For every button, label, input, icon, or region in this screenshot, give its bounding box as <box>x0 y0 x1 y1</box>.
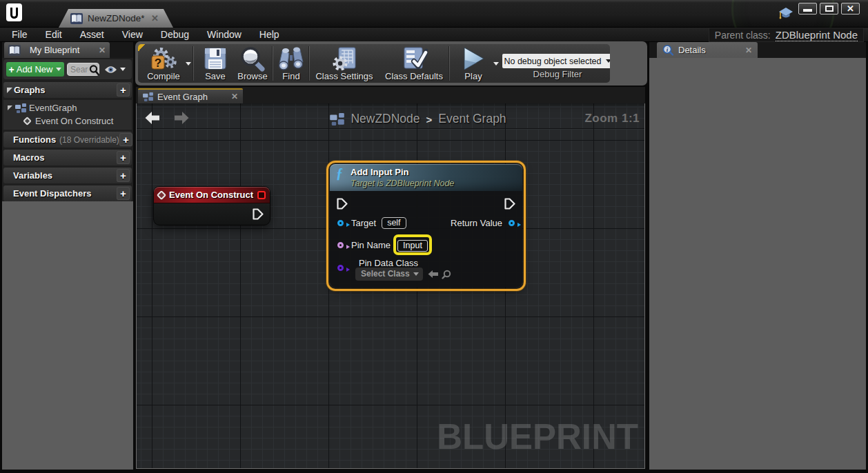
toolbar-separator <box>449 46 450 81</box>
details-tabwell: i Details ✕ <box>649 42 866 58</box>
my-blueprint-book-icon <box>8 45 21 56</box>
event-node-icon <box>157 190 166 199</box>
maximize-button[interactable] <box>820 3 838 14</box>
close-icon: ✕ <box>847 4 854 13</box>
target-self-value: self <box>382 217 406 229</box>
event-node-icon <box>23 117 32 125</box>
maximize-icon <box>825 6 834 12</box>
event-node-title: Event On Construct <box>169 190 253 200</box>
tab-event-graph[interactable]: Event Graph ✕ <box>138 88 243 103</box>
tree-item-eventgraph[interactable]: EventGraph <box>3 101 132 114</box>
add-event-dispatcher-button[interactable]: + <box>117 187 130 200</box>
section-variables[interactable]: Variables + <box>3 168 132 183</box>
plus-icon: + <box>9 65 14 74</box>
breadcrumb-asset[interactable]: NewZDNode <box>351 112 420 126</box>
breadcrumb-graph[interactable]: Event Graph <box>438 112 506 126</box>
class-defaults-icon <box>400 46 428 72</box>
section-functions[interactable]: Functions (18 Overridable) + <box>3 132 132 148</box>
close-button[interactable]: ✕ <box>841 3 860 14</box>
asset-tab-label: NewZDNode* <box>88 13 151 23</box>
play-button[interactable]: Play <box>455 44 491 83</box>
menu-file[interactable]: File <box>0 29 37 40</box>
return-value-pin-row: Return Value <box>451 217 515 229</box>
add-macro-button[interactable]: + <box>117 151 130 164</box>
class-defaults-button[interactable]: Class Defaults <box>379 44 449 83</box>
minimize-icon <box>803 9 812 12</box>
function-icon: ƒ <box>336 165 343 181</box>
exec-output-pin[interactable] <box>253 208 264 220</box>
menu-asset[interactable]: Asset <box>71 29 113 40</box>
my-blueprint-tab-close-icon[interactable]: ✕ <box>99 46 106 55</box>
node-event-on-construct[interactable]: Event On Construct <box>153 186 270 225</box>
exec-output-pin[interactable] <box>504 198 515 210</box>
tutorials-cap-icon[interactable] <box>778 7 793 21</box>
navigate-forward-icon[interactable] <box>174 111 189 125</box>
parent-class-link[interactable]: ZDBlueprint Node <box>776 29 858 41</box>
event-graph-icon <box>15 103 26 113</box>
pin-name-focus-ring: Input <box>393 234 432 255</box>
compile-options-dropdown-icon[interactable] <box>186 62 191 66</box>
menu-edit[interactable]: Edit <box>37 29 71 40</box>
menu-window[interactable]: Window <box>198 29 250 40</box>
expander-icon <box>7 88 12 93</box>
section-graphs[interactable]: Graphs + <box>3 82 132 98</box>
menu-help[interactable]: Help <box>250 29 288 40</box>
details-tab-label: Details <box>678 45 740 55</box>
class-settings-button[interactable]: Class Settings <box>310 44 379 83</box>
find-icon <box>277 47 306 72</box>
search-icon <box>88 64 100 76</box>
section-macros[interactable]: Macros + <box>3 150 132 165</box>
add-variable-button[interactable]: + <box>117 169 130 182</box>
navigate-back-icon[interactable] <box>145 111 160 125</box>
visibility-filter[interactable] <box>104 66 126 74</box>
search-input[interactable] <box>68 65 88 74</box>
section-event-dispatchers[interactable]: Event Dispatchers + <box>3 185 132 201</box>
menu-view[interactable]: View <box>113 29 152 40</box>
debug-filter-label: Debug Filter <box>533 69 582 79</box>
play-icon <box>462 46 485 72</box>
pin-name-pin[interactable] <box>337 242 344 248</box>
tree-item-event-on-construct[interactable]: Event On Construct <box>3 114 132 128</box>
menu-bar: File Edit Asset View Debug Window Help P… <box>0 28 868 42</box>
breadcrumb: NewZDNode > Event Graph <box>164 112 645 126</box>
breadcrumb-graph-icon <box>330 113 344 125</box>
node-add-input-pin[interactable]: ƒ Add Input Pin Target is ZDBlueprint No… <box>330 164 522 288</box>
pin-name-row: Pin Name Input <box>337 235 432 254</box>
select-class-dropdown[interactable]: Select Class <box>355 268 423 281</box>
blueprint-watermark: BLUEPRINT <box>437 419 638 454</box>
unreal-engine-logo-icon <box>6 3 22 21</box>
save-button[interactable]: Save <box>198 44 233 83</box>
browse-icon <box>239 46 266 72</box>
asset-tab-newzdnode[interactable]: NewZDNode* ✕ <box>59 9 173 28</box>
graph-tab-close-icon[interactable]: ✕ <box>231 92 238 101</box>
pin-data-class-pin[interactable] <box>337 265 344 271</box>
browse-button[interactable]: Browse <box>233 44 273 83</box>
details-tab-close-icon[interactable]: ✕ <box>745 46 752 55</box>
my-blueprint-content: + Add New <box>2 58 133 201</box>
my-blueprint-sections: Graphs + EventGraph <box>2 82 133 203</box>
tab-my-blueprint[interactable]: My Blueprint ✕ <box>4 42 110 58</box>
details-body <box>649 58 866 470</box>
tab-details[interactable]: i Details ✕ <box>657 42 758 58</box>
target-pin-label: Target <box>351 218 376 228</box>
minimize-button[interactable] <box>798 3 817 14</box>
menu-debug[interactable]: Debug <box>152 29 198 40</box>
active-well-corner <box>138 44 146 52</box>
add-function-button[interactable]: + <box>119 133 132 146</box>
debug-object-dropdown[interactable]: No debug object selected <box>502 54 610 68</box>
add-graph-button[interactable]: + <box>117 83 130 97</box>
search-box <box>67 63 99 76</box>
find-button[interactable]: Find <box>273 44 309 83</box>
play-options-dropdown-icon[interactable] <box>493 62 499 66</box>
blueprint-toolbar: ? Compile <box>135 41 647 85</box>
browse-class-icon[interactable] <box>442 270 451 279</box>
asset-tab-close-icon[interactable]: ✕ <box>151 13 159 23</box>
pin-name-input[interactable]: Input <box>397 240 428 252</box>
return-value-pin[interactable] <box>509 220 515 226</box>
toolbar-button-strip: ? Compile <box>138 44 610 83</box>
add-new-button[interactable]: + Add New <box>6 62 64 77</box>
use-selected-asset-icon[interactable] <box>428 270 439 279</box>
exec-input-pin[interactable] <box>337 198 348 210</box>
target-pin[interactable] <box>337 220 344 226</box>
graph-viewport[interactable]: NewZDNode > Event Graph Zoom 1:1 BLUEPRI… <box>136 103 645 469</box>
